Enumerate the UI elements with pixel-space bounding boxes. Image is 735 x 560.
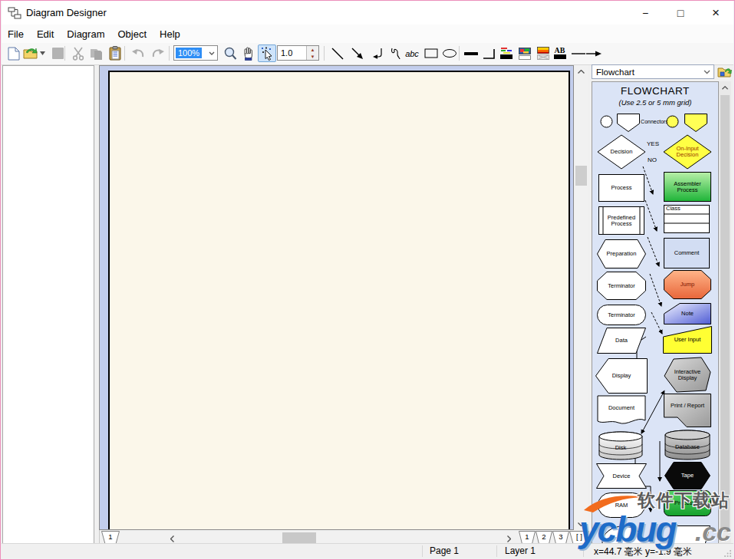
palette-shape-connector-circle-yellow[interactable] <box>666 115 679 128</box>
line-tool-button[interactable] <box>328 44 346 62</box>
menu-help[interactable]: Help <box>160 28 180 40</box>
arrow-line-tool-button[interactable] <box>348 44 366 62</box>
palette-shape-jump[interactable]: Jump <box>664 270 711 299</box>
page-tab-2-label: 2 <box>536 532 552 541</box>
palette-shape-note[interactable]: Note <box>664 303 711 324</box>
ellipse-tool-button[interactable] <box>440 44 458 62</box>
spin-up-icon[interactable]: ▲ <box>307 46 318 53</box>
status-bar: Page 1 Layer 1 x=44.7 毫米 y=-1.9 毫米 <box>2 543 733 558</box>
resize-grip[interactable] <box>724 549 732 557</box>
scroll-right-icon[interactable] <box>507 535 511 542</box>
palette-shape-display[interactable]: Display <box>595 358 648 394</box>
rectangle-tool-button[interactable] <box>422 44 440 62</box>
copy-button[interactable] <box>87 44 105 62</box>
palette-vertical-scrollbar[interactable] <box>719 81 731 545</box>
cut-button[interactable] <box>69 44 87 62</box>
copy-icon <box>90 47 103 61</box>
palette-shape-class[interactable]: Class <box>664 205 710 233</box>
scrollbar-thumb[interactable] <box>282 532 316 543</box>
scrollbar-thumb[interactable] <box>575 166 587 186</box>
menu-diagram[interactable]: Diagram <box>67 28 104 40</box>
palette-shape-terminator-rounded[interactable]: Terminator <box>597 305 646 325</box>
curve-icon <box>390 47 401 61</box>
arrow-end-icon <box>585 50 602 58</box>
palette-shape-disk[interactable]: Disk <box>598 431 643 460</box>
open-file-button[interactable] <box>21 44 39 62</box>
drawing-page[interactable] <box>108 71 570 530</box>
palette-shape-processor[interactable]: Processor <box>664 490 711 516</box>
template-palette-combobox[interactable]: Flowchart <box>592 64 714 79</box>
line-color-button[interactable] <box>497 44 515 62</box>
close-button[interactable]: × <box>698 1 733 25</box>
open-dropdown-button[interactable] <box>38 44 48 62</box>
paste-button[interactable] <box>106 44 124 62</box>
text-tool-button[interactable]: abc <box>400 44 424 62</box>
palette-shape-print-report[interactable]: Print / Report <box>664 394 711 427</box>
zoom-combobox[interactable]: 100% <box>173 45 218 61</box>
line-width-style-button[interactable] <box>462 44 480 62</box>
maximize-button[interactable]: □ <box>663 1 698 25</box>
palette-shape-tape[interactable]: Tape <box>664 462 710 489</box>
scroll-up-icon[interactable] <box>719 81 731 94</box>
shadow-color-button[interactable] <box>534 44 552 62</box>
line-width-spinner[interactable]: 1.0 ▲ ▼ <box>277 45 319 61</box>
palette-shape-terminator[interactable]: Terminator <box>597 272 646 300</box>
plain-line-icon <box>571 52 586 55</box>
palette-shape-document[interactable]: Document <box>597 395 646 427</box>
palette-shape-on-input-decision[interactable]: On-Input Decision <box>663 134 712 170</box>
text-color-button[interactable]: AB <box>551 44 569 62</box>
menu-edit[interactable]: Edit <box>37 28 54 40</box>
line-end-style-button[interactable] <box>585 44 602 62</box>
text-color-letters: AB <box>555 48 565 54</box>
shadow-disabled-icon <box>537 54 549 60</box>
cursor-sparkle-icon <box>261 47 274 61</box>
palette-shape-device[interactable]: Device <box>596 463 647 489</box>
palette-shape-connector-pentagon-yellow[interactable] <box>684 114 707 132</box>
undo-button[interactable] <box>129 44 147 62</box>
menu-object[interactable]: Object <box>117 28 147 40</box>
palette-shape-connector-circle[interactable] <box>600 115 613 128</box>
spin-down-icon[interactable]: ▼ <box>307 53 318 60</box>
scissors-icon <box>72 47 84 61</box>
palette-shape-data[interactable]: Data <box>597 328 646 354</box>
redo-button[interactable] <box>149 44 166 62</box>
new-file-button[interactable] <box>5 44 22 62</box>
text-tool-label: abc <box>405 49 419 58</box>
scroll-left-icon[interactable] <box>170 535 174 542</box>
select-tool-toggle[interactable] <box>258 44 276 62</box>
load-palette-button[interactable] <box>717 64 732 79</box>
palette-shape-predefined-process[interactable]: Predefined Process <box>598 206 644 235</box>
palette-shape-assembler-process[interactable]: Assembler Process <box>664 172 711 202</box>
scroll-down-icon[interactable] <box>574 518 588 530</box>
palette-shape-interactive-display[interactable]: Interactive Display <box>663 357 712 394</box>
app-window: Diagram Designer − □ × File Edit Diagram… <box>0 0 735 560</box>
palette-shape-database[interactable]: Database <box>664 430 710 460</box>
fill-color-icon <box>519 48 531 54</box>
canvas-vertical-scrollbar[interactable] <box>574 65 588 530</box>
palette-shape-preparation[interactable]: Preparation <box>597 239 646 268</box>
minimize-button[interactable]: − <box>628 1 663 25</box>
scrollbar-thumb[interactable] <box>720 95 730 532</box>
pan-tool-button[interactable] <box>239 44 257 62</box>
elbow-arrow-icon <box>371 47 384 61</box>
polyline-tool-button[interactable] <box>368 44 386 62</box>
shadow-color-icon <box>537 47 549 54</box>
save-icon <box>52 48 64 59</box>
flowchart-palette: FLOWCHART (Use 2.5 or 5 mm grid) C <box>592 81 719 545</box>
chevron-down-icon <box>40 51 45 55</box>
line-width-value: 1.0 <box>278 46 306 60</box>
scroll-up-icon[interactable] <box>574 65 588 77</box>
fill-color-button[interactable] <box>516 44 533 62</box>
menu-file[interactable]: File <box>8 28 24 40</box>
page-tab-1-label: 1 <box>519 532 536 541</box>
palette-shape-process[interactable]: Process <box>598 174 644 202</box>
line-join-style-button[interactable] <box>480 44 498 62</box>
zoom-value: 100% <box>176 48 202 58</box>
zoom-tool-button[interactable] <box>221 44 239 62</box>
palette-shape-ram[interactable]: RAM <box>598 492 645 518</box>
palette-shape-user-input[interactable]: User Input <box>663 326 712 354</box>
fill-color-swatch <box>519 55 531 60</box>
palette-shape-comment[interactable]: Comment <box>664 238 710 268</box>
palette-shape-decision[interactable]: Decision <box>597 134 646 170</box>
corner-line-icon <box>483 48 496 60</box>
